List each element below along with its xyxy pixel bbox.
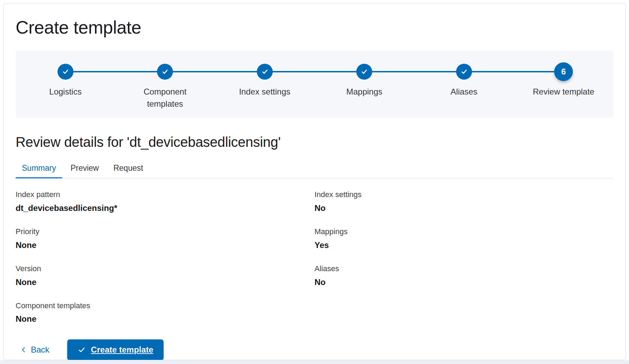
summary-item-label: Component templates: [16, 301, 315, 311]
step-label: Mappings: [346, 86, 382, 98]
summary-item-mappings: MappingsYes: [315, 227, 614, 250]
page-title: Create template: [16, 17, 613, 38]
create-template-panel: Create template LogisticsComponent templ…: [3, 3, 626, 360]
summary-item-value: None: [16, 277, 315, 287]
step-component-templates[interactable]: Component templates: [115, 64, 215, 118]
summary-item-value: No: [315, 277, 614, 287]
tab-preview[interactable]: Preview: [64, 163, 105, 178]
back-button-label: Back: [31, 345, 49, 355]
back-button[interactable]: Back: [16, 345, 54, 355]
summary-item-label: Priority: [16, 227, 315, 237]
check-icon: [257, 64, 273, 80]
step-aliases[interactable]: Aliases: [414, 64, 514, 118]
footer-actions: Back Create template: [16, 339, 613, 360]
summary-item-value: None: [16, 313, 315, 324]
summary-item-label: Mappings: [315, 227, 614, 237]
summary-item-priority: PriorityNone: [16, 227, 315, 250]
summary-item-index-pattern: Index patterndt_devicebasedlicensing*: [16, 190, 315, 213]
summary-item-label: Version: [16, 264, 315, 274]
step-label: Logistics: [49, 86, 81, 98]
create-template-button[interactable]: Create template: [67, 339, 164, 360]
review-tabs: SummaryPreviewRequest: [16, 163, 613, 178]
summary-item-aliases: AliasesNo: [315, 264, 614, 287]
summary-item-version: VersionNone: [16, 264, 315, 287]
check-icon: [356, 64, 372, 80]
summary-item-index-settings: Index settingsNo: [315, 190, 614, 213]
page-background-strip: [0, 360, 629, 364]
summary-item-value: None: [16, 240, 315, 250]
step-index-settings[interactable]: Index settings: [215, 64, 315, 118]
summary-item-value: No: [315, 203, 614, 213]
step-number: 6: [554, 62, 573, 81]
tab-request[interactable]: Request: [107, 163, 149, 178]
tab-summary[interactable]: Summary: [16, 163, 62, 178]
summary-column-right: Index settingsNoMappingsYesAliasesNo: [315, 190, 614, 338]
summary-item-value: dt_devicebasedlicensing*: [16, 203, 315, 213]
check-icon: [456, 64, 472, 80]
step-review-template[interactable]: 6Review template: [514, 64, 614, 118]
step-mappings[interactable]: Mappings: [315, 64, 414, 118]
check-icon: [157, 64, 173, 80]
summary-column-left: Index patterndt_devicebasedlicensing*Pri…: [16, 190, 315, 338]
summary-item-label: Index pattern: [16, 190, 315, 200]
step-label: Aliases: [451, 86, 477, 98]
summary-item-component-templates: Component templatesNone: [16, 301, 315, 325]
wizard-stepper: LogisticsComponent templatesIndex settin…: [16, 51, 613, 118]
create-template-button-label: Create template: [91, 345, 153, 355]
summary-item-label: Index settings: [315, 190, 614, 200]
review-heading: Review details for 'dt_devicebasedlicens…: [16, 134, 613, 150]
check-icon: [58, 64, 73, 80]
summary-item-label: Aliases: [315, 264, 614, 274]
step-logistics[interactable]: Logistics: [16, 64, 115, 118]
step-label: Component templates: [127, 86, 203, 110]
step-label: Review template: [533, 86, 594, 98]
summary-description-list: Index patterndt_devicebasedlicensing*Pri…: [16, 190, 613, 338]
summary-item-value: Yes: [315, 240, 614, 250]
chevron-left-icon: [20, 347, 27, 353]
check-icon: [78, 346, 86, 354]
step-label: Index settings: [239, 86, 290, 98]
